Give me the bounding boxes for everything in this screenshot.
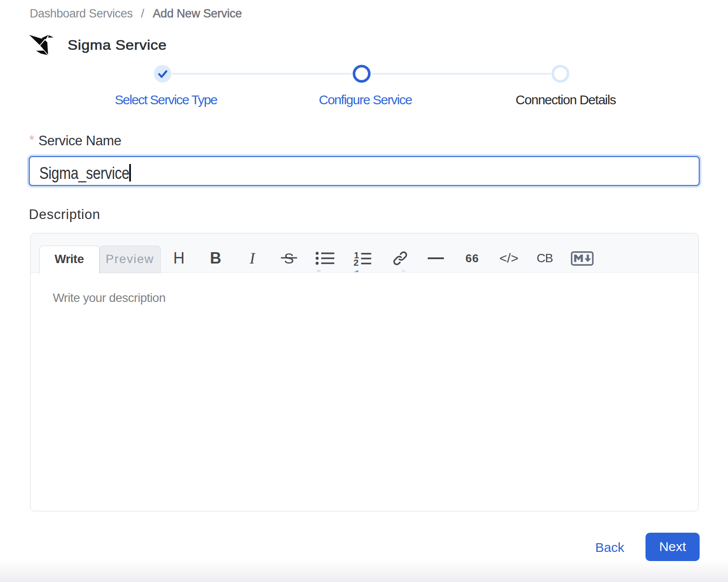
svg-text:2: 2 (354, 257, 359, 267)
